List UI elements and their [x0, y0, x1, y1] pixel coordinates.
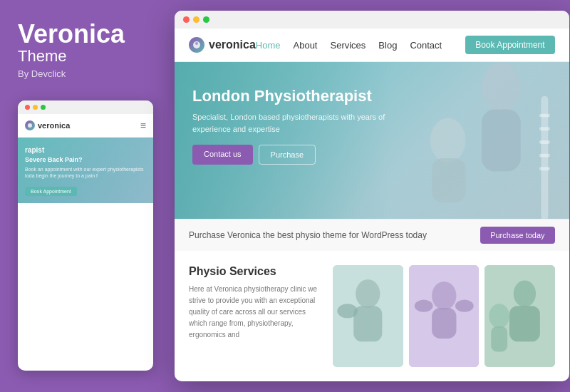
mini-hero-label: rapist: [25, 146, 146, 154]
main-hero-desc: Specialist, London based physiotherapist…: [192, 111, 392, 135]
nav-link-blog[interactable]: Blog: [378, 40, 397, 51]
mini-logo: veronica: [25, 120, 70, 130]
mini-hero-desc: Book an appointment with our expert phys…: [25, 166, 146, 179]
purchase-banner: Purchase Veronica the best physio theme …: [175, 219, 569, 251]
main-nav: veronica Home About Services Blog Contac…: [175, 29, 569, 62]
purchase-button[interactable]: Purchase: [259, 145, 316, 165]
main-hero-content: London Physiotherapist Specialist, Londo…: [175, 62, 569, 190]
services-text-block: Physio Services Here at Veronica physiot…: [189, 265, 322, 367]
theme-author: By Devclick: [18, 68, 153, 79]
mini-hamburger-icon[interactable]: ≡: [140, 120, 146, 131]
main-dot-green: [203, 16, 209, 23]
services-desc: Here at Veronica physiotherapy clinic we…: [189, 284, 322, 341]
svg-point-18: [432, 282, 456, 310]
mini-logo-icon: [25, 120, 35, 130]
services-images: [333, 265, 555, 367]
main-nav-links: Home About Services Blog Contact Book Ap…: [256, 36, 555, 54]
service-image-2: [409, 265, 480, 367]
main-logo-text: veronica: [209, 38, 256, 51]
svg-rect-19: [432, 308, 456, 339]
nav-link-about[interactable]: About: [294, 40, 318, 51]
main-dot-red: [183, 16, 190, 23]
theme-subtitle: Theme: [18, 47, 153, 66]
purchase-banner-text: Purchase Veronica the best physio theme …: [189, 230, 427, 240]
mini-dot-green: [41, 105, 46, 110]
mini-browser-bar: [18, 100, 153, 114]
svg-point-0: [28, 123, 32, 128]
svg-point-25: [489, 304, 509, 328]
left-panel: Veronica Theme By Devclick veronica ≡: [0, 0, 171, 392]
svg-point-21: [455, 300, 474, 312]
mini-hero-slide-title: Severe Back Pain?: [25, 156, 146, 163]
svg-point-2: [195, 42, 198, 45]
contact-us-button[interactable]: Contact us: [192, 145, 253, 165]
main-logo: veronica: [189, 37, 256, 53]
nav-link-home[interactable]: Home: [256, 40, 281, 51]
services-section: Physio Services Here at Veronica physiot…: [175, 251, 569, 381]
svg-point-23: [514, 280, 536, 306]
right-panel: veronica Home About Services Blog Contac…: [171, 0, 570, 392]
svg-rect-15: [353, 306, 382, 341]
svg-point-20: [414, 300, 432, 312]
mini-logo-text: veronica: [38, 121, 70, 130]
nav-link-contact[interactable]: Contact: [410, 40, 442, 51]
main-dot-yellow: [193, 16, 200, 23]
svg-rect-26: [491, 326, 507, 352]
mini-book-appointment-button[interactable]: Book Appointment: [25, 187, 77, 196]
main-browser-mockup: veronica Home About Services Blog Contac…: [175, 11, 569, 381]
hero-buttons: Contact us Purchase: [192, 145, 551, 165]
main-logo-icon: [189, 37, 204, 53]
services-title: Physio Services: [189, 265, 322, 278]
mini-hero-content: rapist Severe Back Pain? Book an appoint…: [25, 146, 146, 196]
purchase-today-button[interactable]: Purchase today: [480, 227, 554, 244]
service-image-1: [333, 265, 403, 367]
nav-link-services[interactable]: Services: [330, 40, 366, 51]
theme-name: Veronica: [18, 21, 153, 47]
svg-rect-24: [509, 306, 540, 341]
main-hero-section: London Physiotherapist Specialist, Londo…: [175, 62, 569, 219]
book-appointment-nav-button[interactable]: Book Appointment: [465, 36, 554, 54]
mini-browser-content: veronica ≡ rapist Severe Back Pain? Book…: [18, 114, 153, 203]
mini-nav: veronica ≡: [18, 114, 153, 138]
service-image-3: [484, 265, 555, 367]
svg-point-16: [337, 304, 358, 318]
main-browser-bar: [175, 11, 569, 29]
mini-browser-mockup: veronica ≡ rapist Severe Back Pain? Book…: [18, 100, 153, 371]
mini-dot-red: [25, 105, 30, 110]
main-hero-title: London Physiotherapist: [192, 87, 551, 105]
mini-hero: rapist Severe Back Pain? Book an appoint…: [18, 138, 153, 203]
svg-point-14: [356, 279, 380, 308]
mini-dot-yellow: [33, 105, 38, 110]
